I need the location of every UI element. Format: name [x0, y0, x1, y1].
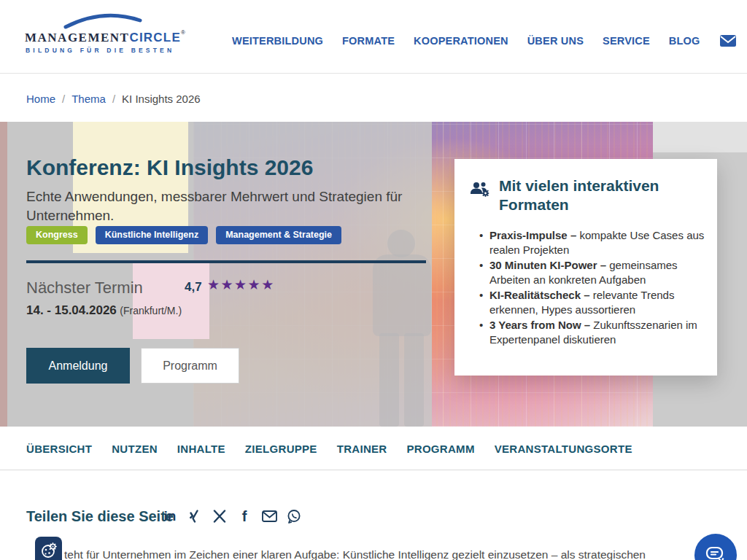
email-icon[interactable]	[261, 508, 277, 524]
programm-button[interactable]: Programm	[141, 348, 239, 384]
event-location: (Frankfurt/M.)	[120, 305, 182, 316]
list-item: Praxis-Impulse – kompakte Use Cases aus …	[489, 228, 708, 257]
section-nav: ÜBERSICHT NUTZEN INHALTE ZIELGRUPPE TRAI…	[0, 427, 747, 470]
cookie-settings-button[interactable]	[35, 537, 62, 560]
breadcrumb-thema[interactable]: Thema	[71, 93, 106, 105]
tag-kongress[interactable]: Kongress	[26, 226, 88, 244]
list-item: 30 Minuten KI-Power – gemeinsames Arbeit…	[489, 258, 708, 287]
rating-stars: ★★★★★	[207, 276, 275, 293]
x-twitter-icon[interactable]	[212, 508, 228, 524]
chat-button[interactable]	[694, 534, 737, 560]
page-title: Konferenz: KI Insights 2026	[26, 155, 313, 180]
brand-name-part1: Management	[25, 31, 129, 44]
event-date: 14. - 15.04.2026 (Frankfurt/M.)	[26, 303, 182, 318]
tab-trainer[interactable]: TRAINER	[337, 443, 387, 455]
logo-arc-icon	[63, 10, 143, 29]
xing-icon[interactable]	[187, 508, 203, 524]
breadcrumb: Home/Thema/KI Insights 2026	[26, 93, 201, 105]
list-item-lead: Praxis-Impulse –	[489, 229, 579, 241]
hero-pink-block	[133, 262, 209, 339]
rating-value: 4,7	[185, 280, 202, 295]
share-label: Teilen Sie diese Seite	[26, 508, 174, 525]
breadcrumb-separator: /	[62, 93, 65, 105]
brand-logo[interactable]: ManagementCircle® BILDUNG FÜR DIE BESTEN	[22, 9, 160, 67]
next-date-label: Nächster Termin	[26, 279, 143, 298]
page-subtitle: Echte Anwendungen, messbarer Mehrwert un…	[26, 187, 409, 225]
users-gear-icon	[469, 181, 491, 201]
nav-item-ueber-uns[interactable]: ÜBER UNS	[527, 35, 584, 47]
main-nav: WEITERBILDUNG FORMATE KOOPERATIONEN ÜBER…	[232, 34, 747, 48]
nav-item-weiterbildung[interactable]: WEITERBILDUNG	[232, 35, 323, 47]
page: ManagementCircle® BILDUNG FÜR DIE BESTEN…	[0, 0, 747, 560]
divider-line	[26, 260, 426, 263]
mail-icon[interactable]	[719, 34, 737, 47]
tab-nutzen[interactable]: NUTZEN	[112, 443, 158, 455]
list-item: 3 Years from Now – Zukunftsszenarien im …	[489, 318, 708, 347]
registered-mark: ®	[181, 29, 185, 36]
nav-item-service[interactable]: SERVICE	[603, 35, 650, 47]
breadcrumb-separator: /	[112, 93, 115, 105]
list-item: KI-Realitätscheck – relevante Trends erk…	[489, 288, 708, 317]
hero-left-red-strip	[0, 122, 7, 427]
tag-management-strategie[interactable]: Management & Strategie	[216, 226, 341, 244]
chat-bubble-icon	[705, 545, 726, 560]
tab-inhalte[interactable]: INHALTE	[177, 443, 225, 455]
brand-name: ManagementCircle®	[25, 29, 185, 45]
share-icons: in f	[162, 508, 302, 524]
tag-kuenstliche-intelligenz[interactable]: Künstliche Intelligenz	[96, 226, 209, 244]
linkedin-icon[interactable]: in	[162, 508, 178, 524]
card-bullet-list: Praxis-Impulse – kompakte Use Cases aus …	[489, 228, 708, 348]
nav-item-kooperationen[interactable]: KOOPERATIONEN	[414, 35, 508, 47]
cookie-icon	[40, 542, 58, 559]
facebook-icon[interactable]: f	[236, 508, 252, 524]
list-item-lead: 3 Years from Now –	[489, 319, 593, 331]
nav-item-formate[interactable]: FORMATE	[342, 35, 395, 47]
brand-name-part2: Circle	[129, 31, 180, 44]
tab-veranstaltungsorte[interactable]: VERANSTALTUNGSORTE	[495, 443, 632, 455]
card-title: Mit vielen interaktiven Formaten	[499, 176, 690, 214]
event-date-value: 14. - 15.04.2026	[26, 303, 117, 317]
tag-row: Kongress Künstliche Intelligenz Manageme…	[26, 226, 341, 244]
breadcrumb-current: KI Insights 2026	[122, 93, 201, 105]
hero-banner: Konferenz: KI Insights 2026 Echte Anwend…	[0, 122, 747, 427]
nav-item-blog[interactable]: BLOG	[669, 35, 700, 47]
breadcrumb-home[interactable]: Home	[26, 93, 55, 105]
whatsapp-icon[interactable]	[286, 508, 302, 524]
tab-zielgruppe[interactable]: ZIELGRUPPE	[245, 443, 317, 455]
list-item-lead: 30 Minuten KI-Power –	[489, 259, 609, 271]
intro-paragraph: teht für Unternehmen im Zeichen einer kl…	[64, 548, 739, 560]
list-item-lead: KI-Realitätscheck –	[489, 289, 593, 301]
tab-uebersicht[interactable]: ÜBERSICHT	[26, 443, 92, 455]
tab-programm[interactable]: PROGRAMM	[406, 443, 474, 455]
brand-tagline: BILDUNG FÜR DIE BESTEN	[26, 47, 174, 54]
header: ManagementCircle® BILDUNG FÜR DIE BESTEN…	[0, 0, 747, 74]
anmeldung-button[interactable]: Anmeldung	[26, 348, 130, 384]
formats-card: Mit vielen interaktiven Formaten Praxis-…	[454, 159, 717, 376]
